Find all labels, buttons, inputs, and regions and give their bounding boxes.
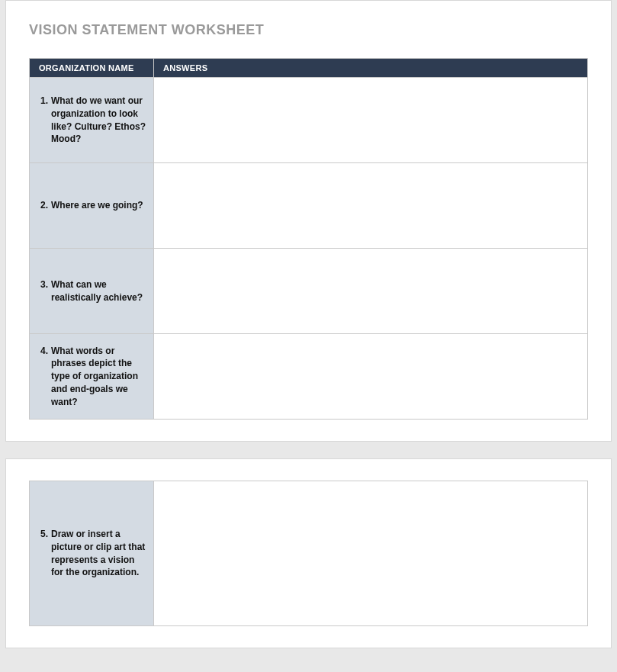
table-header-answer: ANSWERS [154,59,588,78]
worksheet-page-2: 5. Draw or insert a picture or clip art … [5,458,612,648]
table-row: 5. Draw or insert a picture or clip art … [30,481,588,626]
question-number: 4. [37,345,48,358]
question-text: Draw or insert a picture or clip art tha… [51,528,146,579]
question-number: 2. [37,199,48,212]
table-row: 2. Where are we going? [30,163,588,249]
question-number: 3. [37,278,48,291]
question-cell: 4. What words or phrases depict the type… [30,334,154,420]
answer-cell[interactable] [154,334,588,420]
answer-cell[interactable] [154,78,588,163]
table-row: 4. What words or phrases depict the type… [30,334,588,420]
answer-cell[interactable] [154,481,588,626]
table-row: 3. What can we realistically achieve? [30,249,588,334]
question-text: What do we want our organization to look… [51,95,146,146]
question-cell: 1. What do we want our organization to l… [30,78,154,163]
worksheet-title: VISION STATEMENT WORKSHEET [29,22,588,38]
question-number: 5. [37,528,48,541]
answer-cell[interactable] [154,249,588,334]
worksheet-table-1: ORGANIZATION NAME ANSWERS 1. What do we … [29,58,588,420]
question-text: Where are we going? [51,199,146,212]
question-cell: 3. What can we realistically achieve? [30,249,154,334]
question-number: 1. [37,95,48,108]
answer-cell[interactable] [154,163,588,249]
question-cell: 5. Draw or insert a picture or clip art … [30,481,154,626]
question-text: What can we realistically achieve? [51,278,146,304]
table-header-question: ORGANIZATION NAME [30,59,154,78]
worksheet-table-2: 5. Draw or insert a picture or clip art … [29,481,588,626]
question-text: What words or phrases depict the type of… [51,345,146,409]
question-cell: 2. Where are we going? [30,163,154,249]
worksheet-page-1: VISION STATEMENT WORKSHEET ORGANIZATION … [5,0,612,442]
table-row: 1. What do we want our organization to l… [30,78,588,163]
